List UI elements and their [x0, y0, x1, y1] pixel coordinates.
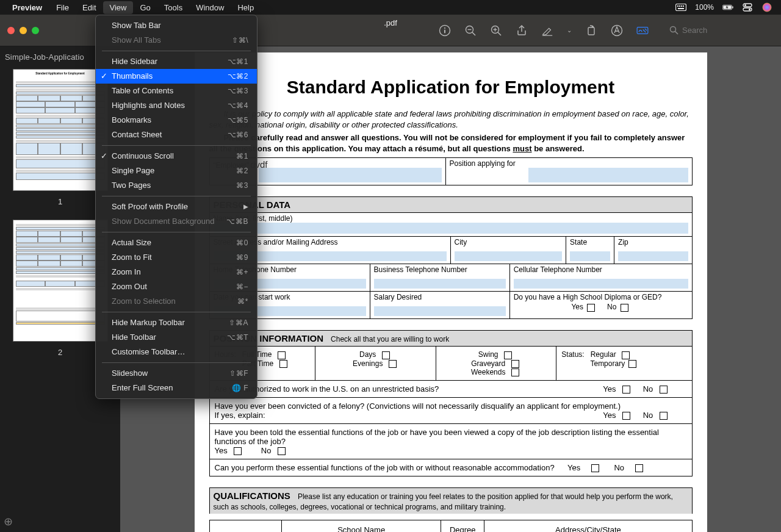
menu-go[interactable]: Go: [133, 1, 157, 14]
employer-field[interactable]: [259, 168, 442, 182]
temporary-checkbox[interactable]: [628, 360, 636, 368]
view-menu-item: Zoom to Selection⌘*: [96, 294, 257, 309]
view-menu-item[interactable]: ✓Thumbnails⌥⌘2: [96, 69, 257, 84]
perform-yes-checkbox[interactable]: [591, 464, 599, 472]
page-thumbnail-2[interactable]: [13, 220, 108, 342]
auth-no-checkbox[interactable]: [660, 386, 668, 394]
state-field[interactable]: [570, 251, 610, 261]
graveyard-checkbox[interactable]: [511, 360, 519, 368]
control-center-icon[interactable]: [742, 3, 753, 12]
biz-tel-label: Business Telephone Number: [374, 265, 467, 274]
battery-percent: 100%: [695, 3, 714, 12]
view-menu-item[interactable]: Zoom Out⌘−: [96, 279, 257, 294]
svg-rect-26: [588, 27, 594, 35]
auth-yes-checkbox[interactable]: [622, 386, 630, 394]
view-menu-item[interactable]: Single Page⌘2: [96, 164, 257, 178]
markup-icon[interactable]: [611, 24, 623, 37]
view-menu-item[interactable]: Zoom In⌘+: [96, 265, 257, 279]
minimize-window-button[interactable]: [20, 27, 27, 34]
menu-tools[interactable]: Tools: [157, 1, 189, 14]
view-menu-item[interactable]: Hide Toolbar⌥⌘T: [96, 330, 257, 345]
system-menubar: Preview File Edit View Go Tools Window H…: [0, 0, 781, 15]
view-menu-item[interactable]: Highlights and Notes⌥⌘4: [96, 98, 257, 113]
city-field[interactable]: [455, 251, 563, 261]
view-menu-item[interactable]: Customise Toolbar…: [96, 345, 257, 359]
diploma-no-checkbox[interactable]: [621, 304, 628, 312]
svg-rect-17: [444, 29, 445, 33]
fullscreen-window-button[interactable]: [32, 27, 39, 34]
biz-tel-field[interactable]: [374, 279, 506, 289]
diploma-yes-checkbox[interactable]: [587, 304, 595, 312]
search-input[interactable]: [682, 26, 774, 35]
fulltime-checkbox[interactable]: [278, 351, 286, 359]
highlight-dropdown-icon[interactable]: ⌄: [567, 27, 572, 34]
swing-checkbox[interactable]: [504, 351, 512, 359]
felony-no-checkbox[interactable]: [660, 412, 668, 420]
personal-data-header: PERSONAL DATA: [209, 196, 693, 213]
menu-window[interactable]: Window: [189, 1, 231, 14]
view-menu-dropdown: Show Tab BarShow All Tabs⇧⌘\Hide Sidebar…: [95, 15, 257, 399]
menu-edit[interactable]: Edit: [76, 1, 103, 14]
svg-line-30: [675, 32, 678, 35]
position-label: Position applying for: [450, 159, 516, 168]
salary-field[interactable]: [374, 306, 506, 316]
svg-point-29: [671, 27, 676, 32]
svg-rect-8: [732, 6, 733, 8]
view-menu-item[interactable]: Contact Sheet⌥⌘6: [96, 128, 257, 142]
share-icon[interactable]: [516, 24, 528, 37]
view-menu-item[interactable]: Two Pages⌘3: [96, 178, 257, 193]
info-icon[interactable]: [439, 24, 451, 37]
felony-yes-checkbox[interactable]: [622, 412, 630, 420]
view-menu-item[interactable]: Zoom to Fit⌘9: [96, 250, 257, 265]
svg-rect-2: [679, 5, 680, 7]
view-menu-item[interactable]: Enter Full Screen🌐 F: [96, 381, 257, 395]
perform-question: Can you perform these essential function…: [215, 463, 555, 472]
svg-rect-4: [683, 5, 684, 7]
functions-yes-checkbox[interactable]: [234, 447, 242, 455]
regular-checkbox[interactable]: [622, 351, 630, 359]
zoom-in-icon[interactable]: [490, 24, 502, 37]
rotate-icon[interactable]: [585, 24, 597, 37]
add-page-button[interactable]: ⊕: [4, 515, 13, 528]
doc-title: Standard Application for Employment: [209, 77, 693, 98]
highlight-icon[interactable]: [541, 24, 553, 37]
zoom-out-icon[interactable]: [464, 24, 477, 37]
qualifications-header: QUALIFICATIONSPlease list any education …: [209, 487, 693, 514]
view-menu-item[interactable]: Show Tab Bar: [96, 18, 257, 33]
functions-no-checkbox[interactable]: [278, 447, 286, 455]
menu-file[interactable]: File: [49, 1, 76, 14]
search-field[interactable]: [669, 26, 774, 35]
days-checkbox[interactable]: [382, 351, 390, 359]
view-menu-item[interactable]: Actual Size⌘0: [96, 235, 257, 250]
view-menu-item[interactable]: Hide Markup Toolbar⇧⌘A: [96, 315, 257, 330]
position-info-header: POSITION INFORMATIONCheck all that you a…: [209, 330, 693, 347]
evenings-checkbox[interactable]: [389, 360, 397, 368]
perform-no-checkbox[interactable]: [635, 464, 643, 472]
svg-rect-5: [678, 8, 684, 9]
weekends-checkbox[interactable]: [511, 368, 519, 376]
view-menu-item[interactable]: Slideshow⇧⌘F: [96, 366, 257, 381]
page-thumbnail-1[interactable]: Standard Application for Employment: [13, 69, 108, 191]
cell-tel-field[interactable]: [514, 279, 688, 289]
diploma-label: Do you have a High School Diploma or GED…: [514, 293, 662, 301]
svg-point-16: [444, 27, 445, 28]
view-menu-item[interactable]: Soft Proof with Profile▶: [96, 200, 257, 214]
view-menu-item[interactable]: Bookmarks⌥⌘5: [96, 113, 257, 128]
zip-field[interactable]: [618, 251, 688, 261]
svg-rect-0: [676, 4, 686, 11]
name-field[interactable]: [214, 223, 688, 234]
menu-help[interactable]: Help: [231, 1, 261, 14]
search-icon: [669, 26, 678, 35]
close-window-button[interactable]: [7, 27, 15, 34]
siri-icon[interactable]: [761, 3, 772, 12]
menu-view[interactable]: View: [103, 1, 134, 14]
form-fill-icon[interactable]: [636, 24, 649, 37]
view-menu-item[interactable]: Hide Sidebar⌥⌘1: [96, 54, 257, 69]
keyboard-icon[interactable]: [675, 3, 686, 12]
view-menu-item[interactable]: ✓Continuous Scroll⌘1: [96, 149, 257, 164]
position-field[interactable]: [528, 168, 688, 182]
svg-point-10: [744, 4, 746, 6]
thumbnail-1-label: 1: [12, 193, 108, 216]
view-menu-item[interactable]: Table of Contents⌥⌘3: [96, 84, 257, 98]
parttime-checkbox[interactable]: [279, 360, 287, 368]
